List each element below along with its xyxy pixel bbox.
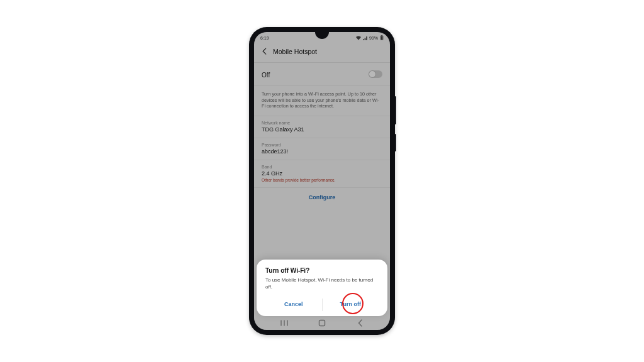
hotspot-toggle-row[interactable]: Off — [254, 62, 390, 85]
svg-rect-3 — [319, 321, 325, 326]
battery-icon — [380, 35, 384, 40]
nav-home-icon[interactable] — [318, 319, 326, 327]
cancel-button[interactable]: Cancel — [265, 297, 322, 312]
status-time: 6:19 — [260, 36, 269, 40]
band-hint: Other bands provide better performance. — [262, 178, 382, 182]
app-bar: Mobile Hotspot — [254, 42, 390, 62]
password-label: Password — [262, 143, 382, 147]
band-field[interactable]: Band 2.4 GHz Other bands provide better … — [254, 160, 390, 188]
power-button — [395, 134, 396, 151]
navigation-bar — [254, 316, 390, 330]
nav-back-icon[interactable] — [355, 319, 364, 327]
toggle-knob — [369, 71, 375, 77]
network-name-label: Network name — [262, 121, 382, 125]
turn-off-wifi-dialog: Turn off Wi-Fi? To use Mobile Hotspot, W… — [257, 260, 387, 316]
hotspot-toggle-label: Off — [262, 72, 270, 79]
hotspot-toggle-switch[interactable] — [369, 70, 382, 78]
configure-button[interactable]: Configure — [254, 188, 390, 207]
status-right: 99% — [356, 35, 384, 40]
page-title: Mobile Hotspot — [273, 48, 317, 55]
battery-text: 99% — [369, 36, 378, 40]
band-value: 2.4 GHz — [262, 170, 382, 177]
dialog-title: Turn off Wi-Fi? — [265, 267, 379, 274]
dialog-actions: Cancel Turn off — [265, 297, 379, 312]
dialog-body: To use Mobile Hotspot, Wi-Fi needs to be… — [265, 277, 379, 291]
back-icon[interactable] — [262, 46, 267, 57]
screen: 6:19 99% Mobile Hotspot — [254, 32, 390, 330]
hotspot-description: Turn your phone into a Wi-Fi access poin… — [254, 85, 390, 116]
volume-button — [395, 96, 396, 124]
wifi-icon — [356, 36, 361, 40]
svg-rect-2 — [381, 36, 383, 40]
network-name-value: TDG Galaxy A31 — [262, 126, 382, 133]
signal-icon — [363, 36, 367, 40]
band-label: Band — [262, 165, 382, 169]
nav-recent-icon[interactable] — [280, 319, 289, 327]
password-field[interactable]: Password abcde123! — [254, 138, 390, 160]
network-name-field[interactable]: Network name TDG Galaxy A31 — [254, 116, 390, 138]
password-value: abcde123! — [262, 148, 382, 155]
phone-frame: 6:19 99% Mobile Hotspot — [249, 27, 395, 335]
turn-off-button[interactable]: Turn off — [323, 297, 379, 312]
